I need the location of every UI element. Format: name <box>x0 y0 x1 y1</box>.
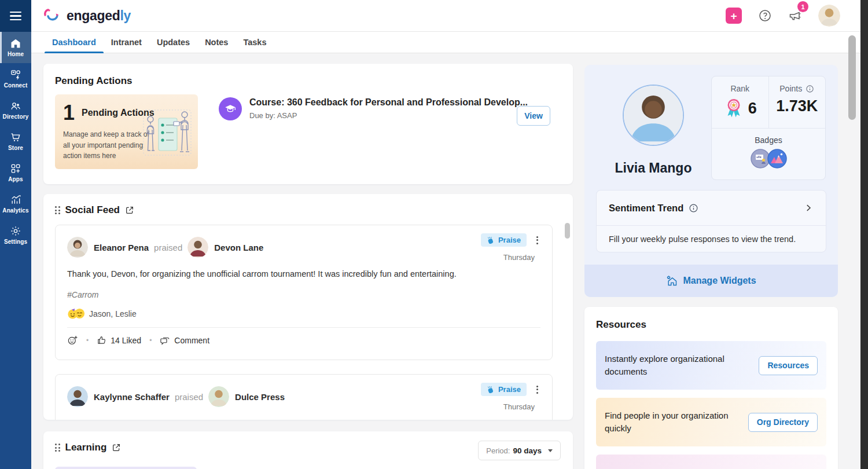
sidebar-item-connect[interactable]: Connect <box>0 63 31 94</box>
sidebar-item-label: Directory <box>3 113 29 120</box>
org-directory-button[interactable]: Org Directory <box>748 413 818 432</box>
badges-section: Badges <box>712 129 825 169</box>
chevron-down-icon <box>548 449 553 452</box>
pending-actions-card: Pending Actions 1 Pending Actions Manage… <box>43 64 573 184</box>
author-name[interactable]: Eleanor Pena <box>94 243 149 252</box>
resources-title: Resources <box>584 307 838 331</box>
post-timestamp: Thursday <box>503 253 540 262</box>
social-feed-title: Social Feed <box>65 204 120 216</box>
sidebar: Home Connect Directory Store Apps Ana <box>0 0 31 469</box>
author-avatar[interactable] <box>67 386 88 407</box>
post-message: Thank you, Devon, for organizing the uno… <box>56 268 552 280</box>
external-link-icon[interactable] <box>112 443 121 452</box>
post-verb: praised <box>175 392 203 402</box>
apps-icon <box>10 163 21 174</box>
sidebar-item-label: Analytics <box>2 207 28 214</box>
sidebar-item-label: Store <box>8 145 23 151</box>
like-count: 14 Liked <box>111 336 141 345</box>
rank-medal-icon <box>723 97 744 119</box>
like-button[interactable]: 14 Liked <box>97 335 141 345</box>
tab-tasks[interactable]: Tasks <box>236 32 274 53</box>
logo-text: engagedly <box>67 8 131 24</box>
recipient-name[interactable]: Devon Lane <box>214 243 263 252</box>
add-button[interactable]: + <box>726 8 742 24</box>
announcements-button[interactable]: 1 <box>788 9 802 23</box>
sidebar-item-label: Apps <box>8 176 23 182</box>
drag-handle-icon[interactable] <box>55 206 60 214</box>
resource-item-directory: Find people in your organization quickly… <box>596 398 826 446</box>
sidebar-item-directory[interactable]: Directory <box>0 94 31 126</box>
thumbs-up-icon <box>97 335 106 345</box>
comment-button[interactable]: Comment <box>160 335 209 346</box>
tab-dashboard[interactable]: Dashboard <box>45 32 104 53</box>
sentiment-trend-box: Sentiment Trend Fill your weekly pulse r… <box>596 190 826 252</box>
praise-badge: Praise <box>481 383 527 396</box>
engagedly-logo-icon <box>43 7 63 24</box>
chevron-right-icon <box>803 203 814 213</box>
more-options-icon[interactable] <box>534 235 540 246</box>
reactions-row[interactable]: Jason, Leslie <box>56 308 552 319</box>
user-avatar[interactable] <box>818 5 840 27</box>
sidebar-item-settings[interactable]: Settings <box>0 219 31 251</box>
manage-widgets-button[interactable]: Manage Widgets <box>584 265 838 297</box>
feed-post: Eleanor Pena praised Devon Lane Praise T… <box>55 225 553 360</box>
resources-card: Resources Instantly explore organization… <box>584 307 838 469</box>
author-avatar[interactable] <box>67 237 88 258</box>
points-stat: Points 1.73K <box>769 76 826 128</box>
rank-stat: Rank 6 <box>712 76 769 128</box>
sidebar-item-home[interactable]: Home <box>0 32 31 63</box>
author-name[interactable]: Kaylynne Schaffer <box>94 392 170 402</box>
course-row: Course: 360 Feedback for Personal and Pr… <box>219 97 528 120</box>
menu-icon[interactable] <box>10 12 21 20</box>
recipient-avatar[interactable] <box>208 386 229 407</box>
drag-handle-icon[interactable] <box>55 444 60 452</box>
help-icon[interactable] <box>758 9 772 23</box>
store-icon <box>10 131 21 143</box>
recipient-avatar[interactable] <box>187 237 208 258</box>
external-link-icon[interactable] <box>125 206 134 215</box>
home-icon <box>10 38 21 49</box>
more-options-icon[interactable] <box>534 384 540 395</box>
tab-updates[interactable]: Updates <box>149 32 197 53</box>
resource-item-partial <box>596 455 826 469</box>
sidebar-item-apps[interactable]: Apps <box>0 157 31 188</box>
connect-icon <box>10 69 21 80</box>
sidebar-item-store[interactable]: Store <box>0 126 31 157</box>
sentiment-trend-row[interactable]: Sentiment Trend <box>597 190 826 226</box>
analytics-icon <box>10 194 21 206</box>
view-button[interactable]: View <box>517 106 550 126</box>
period-dropdown[interactable]: Period: 90 days <box>478 441 561 460</box>
profile-avatar[interactable] <box>623 85 684 146</box>
sidebar-item-label: Settings <box>4 239 27 245</box>
pending-actions-summary[interactable]: 1 Pending Actions Manage and keep a trac… <box>55 94 198 169</box>
info-icon[interactable] <box>689 203 698 213</box>
sentiment-message: Fill your weekly pulse responses to view… <box>597 226 826 252</box>
clap-icon <box>487 386 495 394</box>
profile-name: Livia Mango <box>590 160 717 176</box>
page-scrollbar[interactable] <box>848 35 856 120</box>
manage-widgets-icon <box>666 275 678 287</box>
info-icon[interactable] <box>806 85 814 93</box>
profile-widget-panel: Livia Mango Rank 6 <box>584 65 838 297</box>
settings-icon <box>10 225 21 237</box>
learning-title: Learning <box>65 442 107 453</box>
reaction-emojis-icon <box>67 308 85 319</box>
course-due: Due by: ASAP <box>249 111 528 120</box>
sidebar-item-label: Home <box>8 51 24 57</box>
add-reaction-button[interactable] <box>67 335 78 346</box>
post-timestamp: Thursday <box>503 402 540 411</box>
engagedly-logo[interactable]: engagedly <box>43 7 131 24</box>
tab-notes[interactable]: Notes <box>197 32 236 53</box>
resources-button[interactable]: Resources <box>759 356 818 375</box>
reaction-names: Jason, Leslie <box>89 309 137 318</box>
recipient-name[interactable]: Dulce Press <box>235 392 285 402</box>
tab-intranet[interactable]: Intranet <box>104 32 149 53</box>
social-feed-card: Social Feed Eleanor Pena praised Devon L… <box>43 194 573 420</box>
post-hashtag[interactable]: #Carrom <box>56 290 552 299</box>
clap-icon <box>487 236 495 244</box>
tab-bar: Dashboard Intranet Updates Notes Tasks <box>31 32 868 53</box>
feed-scrollbar[interactable] <box>565 223 570 239</box>
add-reaction-icon <box>67 335 78 346</box>
sidebar-item-analytics[interactable]: Analytics <box>0 188 31 219</box>
course-icon <box>219 97 242 120</box>
